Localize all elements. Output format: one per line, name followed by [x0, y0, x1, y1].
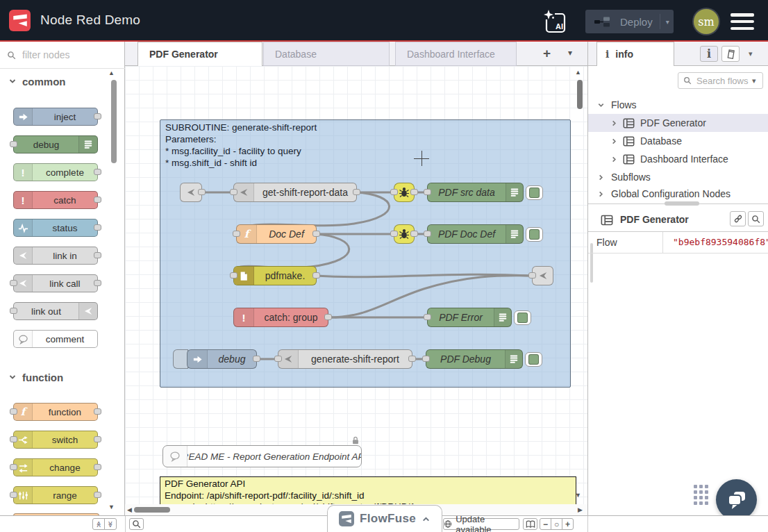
node-readme-comment[interactable]: READ ME - Report Generation Endpoint API — [162, 445, 362, 467]
input-port[interactable] — [10, 280, 17, 286]
tree-item-pdf-generator[interactable]: PDF Generator — [588, 114, 768, 132]
main-menu-button[interactable] — [731, 13, 754, 30]
input-port[interactable] — [233, 231, 240, 237]
chat-widget-drag-handle[interactable] — [694, 485, 708, 505]
flow-list-caret-icon[interactable]: ▾ — [568, 48, 572, 58]
chat-help-button[interactable] — [716, 479, 757, 520]
debug-toggle-button[interactable] — [526, 227, 543, 242]
palette-scrollbar-thumb[interactable] — [111, 80, 117, 163]
node-get-shift-report-data[interactable]: get-shift-report-data — [233, 183, 357, 202]
ai-assistant-button[interactable]: AI — [543, 9, 568, 34]
inject-trigger-button[interactable] — [173, 349, 188, 369]
search-flows-box[interactable]: ▾ — [678, 72, 763, 89]
debug-toggle-button[interactable] — [514, 310, 531, 325]
node-pdf-debug[interactable]: PDF Debug — [426, 349, 523, 369]
node-inject-debug[interactable]: debug — [187, 349, 257, 369]
search-node-button[interactable] — [748, 211, 764, 226]
palette-node-link-call[interactable]: link call — [13, 274, 98, 292]
search-caret-icon[interactable]: ▾ — [752, 76, 756, 85]
tree-item-global-config[interactable]: Global Configuration Nodes — [588, 185, 768, 203]
node-catch-group[interactable]: ! catch: group — [233, 308, 328, 327]
tab-info[interactable]: i info — [596, 42, 674, 66]
palette-search[interactable] — [0, 42, 125, 69]
input-port[interactable] — [424, 231, 431, 237]
tab-pdf-generator[interactable]: PDF Generator — [137, 42, 262, 66]
tree-item-dashboard-interface[interactable]: Dashboard Interface — [588, 150, 768, 168]
input-port[interactable] — [230, 189, 237, 195]
palette-node-comment[interactable]: comment — [13, 330, 98, 348]
output-port[interactable] — [410, 189, 418, 195]
node-doc-def[interactable]: f Doc Def — [236, 224, 317, 244]
input-port[interactable] — [424, 189, 431, 195]
navigator-button[interactable] — [523, 518, 537, 530]
output-port[interactable] — [410, 231, 418, 237]
node-link-out[interactable] — [532, 266, 553, 285]
palette-category-function[interactable]: function — [0, 369, 124, 385]
expand-all-button[interactable]: ≫ — [104, 518, 117, 530]
palette-scroll-up-icon[interactable]: ▲ — [108, 70, 115, 76]
output-port[interactable] — [94, 224, 101, 231]
help-book-button[interactable] — [721, 46, 740, 62]
input-port[interactable] — [10, 141, 17, 147]
palette-node-switch[interactable]: switch — [13, 431, 98, 449]
palette-node-complete[interactable]: ! complete — [13, 163, 98, 181]
output-port[interactable] — [198, 189, 206, 195]
palette-node-range[interactable]: range — [13, 486, 98, 504]
palette-node-change[interactable]: change — [13, 458, 98, 476]
search-flows-input[interactable] — [695, 75, 752, 87]
sidebar-options-caret-icon[interactable]: ▾ — [749, 49, 753, 58]
palette-node-inject[interactable]: inject — [13, 108, 98, 126]
output-port[interactable] — [94, 197, 101, 203]
input-port[interactable] — [424, 314, 431, 320]
add-flow-button[interactable]: + — [543, 46, 551, 61]
output-port[interactable] — [312, 272, 320, 279]
node-link-in[interactable] — [180, 183, 202, 202]
output-port[interactable] — [94, 169, 101, 175]
tree-item-database[interactable]: Database — [588, 132, 768, 150]
palette-node-debug[interactable]: debug — [13, 135, 98, 153]
input-port[interactable] — [10, 464, 17, 470]
output-port[interactable] — [94, 280, 101, 286]
input-port[interactable] — [10, 408, 17, 415]
filter-nodes-input[interactable] — [21, 49, 114, 61]
canvas-search-button[interactable] — [129, 518, 144, 530]
palette-node-link-in[interactable]: link in — [13, 247, 98, 265]
output-port[interactable] — [94, 408, 101, 415]
input-port[interactable] — [422, 356, 430, 362]
node-debug-bug-2[interactable] — [394, 224, 415, 244]
copy-link-button[interactable] — [730, 211, 746, 226]
input-port[interactable] — [10, 492, 17, 498]
palette-node-catch[interactable]: ! catch — [13, 191, 98, 209]
palette-category-common[interactable]: common — [0, 74, 124, 89]
zoom-reset-button[interactable]: ○ — [551, 518, 562, 530]
node-pdf-doc-def[interactable]: PDF Doc Def — [427, 224, 524, 244]
output-port[interactable] — [94, 492, 101, 498]
input-port[interactable] — [528, 272, 536, 279]
input-port[interactable] — [274, 356, 282, 362]
tree-item-flows[interactable]: Flows — [588, 96, 768, 114]
flow-canvas[interactable]: SUBROUTINE: generate-shift-report Parame… — [125, 66, 587, 504]
flowfuse-banner[interactable]: FlowFuse — [327, 505, 442, 532]
debug-toggle-button[interactable] — [526, 185, 543, 200]
output-port[interactable] — [353, 189, 360, 195]
canvas-scroll-left-icon[interactable]: ◀ — [127, 507, 132, 513]
node-generate-shift-report[interactable]: generate-shift-report — [278, 349, 412, 369]
api-info-text[interactable]: PDF Generator API Endpoint: /api/shift-r… — [160, 476, 576, 504]
deploy-options-caret-icon[interactable]: ▾ — [666, 18, 669, 26]
palette-node-status[interactable]: status — [13, 219, 98, 237]
node-pdf-src-data[interactable]: PDF src data — [427, 183, 524, 202]
node-pdfmake[interactable]: pdfmake. — [233, 266, 317, 285]
output-port[interactable] — [408, 356, 416, 362]
output-port[interactable] — [312, 231, 320, 237]
node-debug-bug-1[interactable] — [394, 183, 415, 202]
palette-node-link-out[interactable]: link out — [13, 302, 98, 320]
info-toggle-button[interactable]: i — [700, 46, 718, 62]
tab-database[interactable]: Database — [263, 42, 390, 66]
tree-item-subflows[interactable]: Subflows — [588, 168, 768, 186]
output-port[interactable] — [324, 314, 332, 320]
output-port[interactable] — [94, 252, 101, 258]
input-port[interactable] — [230, 272, 237, 279]
node-pdf-error[interactable]: PDF Error — [427, 308, 512, 327]
tab-dashboard-interface[interactable]: Dashboard Interface — [395, 42, 517, 66]
palette-scroll-down-icon[interactable]: ▼ — [108, 504, 115, 510]
